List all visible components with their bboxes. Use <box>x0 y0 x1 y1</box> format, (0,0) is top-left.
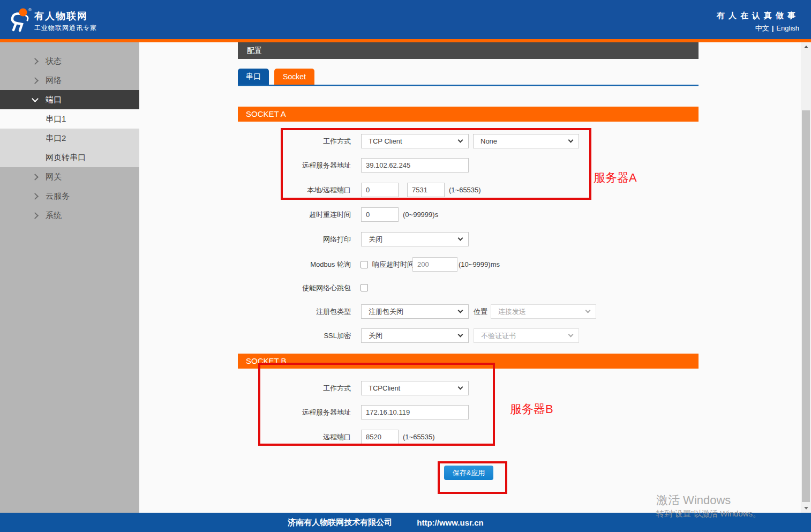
lang-separator: | <box>772 24 774 32</box>
scrollbar-thumb[interactable] <box>802 110 810 502</box>
socket-b-work-mode-select[interactable]: TCPClient <box>361 381 469 395</box>
socket-a-work-mode-aux-select[interactable]: None <box>473 134 579 148</box>
footer-company: 济南有人物联网技术有限公司 <box>288 518 392 528</box>
footer-bar: 济南有人物联网技术有限公司 http://www.usr.cn <box>0 513 811 532</box>
svg-text:®: ® <box>28 8 32 12</box>
brand-subtitle: 工业物联网通讯专家 <box>34 24 97 33</box>
annotation-server-a: 服务器A <box>594 170 637 186</box>
chevron-down-icon <box>458 308 463 313</box>
chevron-down-icon <box>458 236 463 241</box>
chevron-down-icon <box>458 332 463 338</box>
chevron-right-icon <box>32 77 39 84</box>
save-apply-button[interactable]: 保存&应用 <box>444 466 493 480</box>
reconnect-range-hint: (0~99999)s <box>403 207 438 222</box>
socket-a-remote-port-input[interactable] <box>407 183 445 197</box>
app-window: ® 有人物联网 工业物联网通讯专家 有人在认真做事 中文|English 状态 … <box>0 0 811 532</box>
chevron-down-icon <box>585 308 591 313</box>
chevron-down-icon <box>568 332 574 338</box>
windows-activation-watermark-line1: 激活 Windows <box>656 492 731 508</box>
header-slogan: 有人在认真做事 <box>717 11 799 21</box>
tab-serial[interactable]: 串口 <box>238 69 269 85</box>
sidebar-item-port[interactable]: 端口 <box>0 90 139 109</box>
footer-url[interactable]: http://www.usr.cn <box>417 518 483 527</box>
modbus-timeout-label: 响应超时时间 <box>372 257 414 272</box>
regpkt-pos-label: 位置 <box>474 304 487 319</box>
regpkt-pos-select[interactable]: 连接发送 <box>491 304 596 319</box>
socket-a-section-header: SOCKET A <box>238 107 699 122</box>
ssl-select[interactable]: 关闭 <box>361 328 469 343</box>
triangle-down-icon <box>804 507 808 509</box>
tab-underline <box>238 85 699 86</box>
lang-chinese-link[interactable]: 中文 <box>755 24 769 32</box>
heartbeat-label: 使能网络心跳包 <box>238 281 351 295</box>
modbus-poll-checkbox[interactable] <box>361 261 368 268</box>
remote-addr-label: 远程服务器地址 <box>238 158 351 173</box>
sidebar-nav: 状态 网络 端口 串口1 串口2 网页转串口 网关 云服务 系统 <box>0 42 139 513</box>
chevron-right-icon <box>32 174 39 181</box>
ssl-label: SSL加密 <box>238 328 351 343</box>
socket-b-section-header: SOCKET B <box>238 354 699 369</box>
language-switch: 中文|English <box>755 24 799 33</box>
heartbeat-checkbox[interactable] <box>361 284 368 291</box>
lang-english-link[interactable]: English <box>776 24 799 32</box>
sidebar-item-cloud[interactable]: 云服务 <box>0 186 139 206</box>
chevron-down-icon <box>32 95 39 102</box>
chevron-right-icon <box>32 58 39 65</box>
chevron-right-icon <box>32 212 39 219</box>
socket-b-work-mode-label: 工作方式 <box>238 381 351 395</box>
scroll-down-arrow[interactable] <box>801 504 811 513</box>
top-header: ® 有人物联网 工业物联网通讯专家 有人在认真做事 中文|English <box>0 0 811 39</box>
sidebar-item-web-to-serial[interactable]: 网页转串口 <box>0 148 139 167</box>
chevron-down-icon <box>458 385 463 390</box>
sidebar-item-serial2[interactable]: 串口2 <box>0 129 139 148</box>
tab-socket[interactable]: Socket <box>274 69 314 85</box>
socket-a-work-mode-select[interactable]: TCP Client <box>361 134 469 148</box>
regpkt-label: 注册包类型 <box>238 304 351 319</box>
ssl-verify-select[interactable]: 不验证证书 <box>474 328 579 343</box>
socket-a-local-port-input[interactable] <box>361 183 399 197</box>
socket-a-remote-addr-input[interactable] <box>361 158 469 173</box>
ports-label: 本地/远程端口 <box>238 183 351 197</box>
annotation-server-b: 服务器B <box>510 401 553 417</box>
panel-title: 配置 <box>238 42 699 59</box>
net-print-label: 网络打印 <box>238 232 351 246</box>
chevron-down-icon <box>568 138 574 143</box>
ports-range-hint: (1~65535) <box>449 183 481 197</box>
chevron-right-icon <box>32 193 39 200</box>
reconnect-label: 超时重连时间 <box>238 207 351 222</box>
modbus-timeout-hint: (10~9999)ms <box>459 257 500 272</box>
socket-b-remote-addr-input[interactable] <box>361 405 469 419</box>
socket-b-remote-port-label: 远程端口 <box>238 430 351 444</box>
socket-b-remote-addr-label: 远程服务器地址 <box>238 405 351 419</box>
sidebar-item-gateway[interactable]: 网关 <box>0 167 139 186</box>
socket-a-net-print-select[interactable]: 关闭 <box>361 232 469 246</box>
socket-b-remote-port-input[interactable] <box>361 430 399 444</box>
regpkt-type-select[interactable]: 注册包关闭 <box>361 304 469 319</box>
chevron-down-icon <box>458 138 463 143</box>
brand-title: 有人物联网 <box>34 10 88 23</box>
sidebar-item-system[interactable]: 系统 <box>0 206 139 225</box>
header-accent-stripe <box>0 39 811 42</box>
modbus-timeout-input[interactable] <box>412 257 457 272</box>
sidebar-item-status[interactable]: 状态 <box>0 51 139 71</box>
socket-b-port-range-hint: (1~65535) <box>403 430 435 444</box>
work-mode-label: 工作方式 <box>238 134 351 148</box>
scroll-up-arrow[interactable] <box>801 42 811 51</box>
vertical-scrollbar[interactable] <box>801 42 811 513</box>
sidebar-item-serial1[interactable]: 串口1 <box>0 109 139 129</box>
sidebar-item-network[interactable]: 网络 <box>0 71 139 90</box>
modbus-poll-label: Modbus 轮询 <box>238 257 351 272</box>
triangle-up-icon <box>804 46 808 48</box>
usr-logo-icon: ® <box>6 6 33 33</box>
socket-a-reconnect-input[interactable] <box>361 207 399 222</box>
